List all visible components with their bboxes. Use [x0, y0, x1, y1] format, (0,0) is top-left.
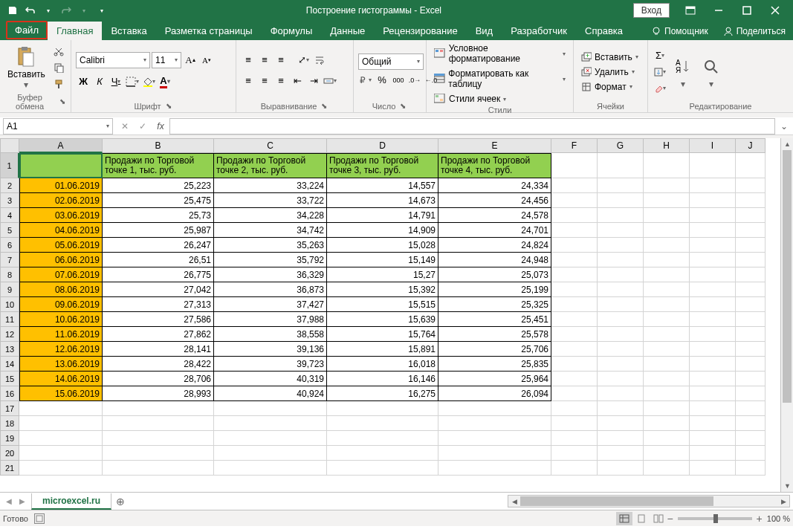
cell[interactable] [598, 253, 644, 267]
cell[interactable] [598, 238, 644, 253]
cell[interactable] [644, 342, 690, 357]
cell[interactable] [327, 461, 438, 476]
cell[interactable]: 36,873 [214, 282, 327, 297]
cell[interactable] [598, 416, 644, 431]
scroll-right-button[interactable]: ▶ [777, 496, 789, 507]
view-page-layout-button[interactable] [633, 512, 650, 525]
cell[interactable] [598, 193, 644, 208]
cell[interactable] [644, 253, 690, 267]
cell[interactable]: 08.06.2019 [19, 282, 103, 297]
italic-button[interactable]: К [92, 74, 107, 89]
cell[interactable] [644, 193, 690, 208]
cell[interactable] [736, 208, 766, 223]
cell[interactable] [690, 446, 736, 461]
tab-insert[interactable]: Вставка [102, 22, 155, 40]
cell[interactable] [551, 342, 598, 357]
cell[interactable]: 15,028 [327, 238, 438, 253]
cell[interactable]: 13.06.2019 [19, 357, 103, 372]
cell-styles-button[interactable]: Стили ячеек▾ [431, 92, 509, 106]
cell[interactable] [690, 342, 736, 357]
cell[interactable] [327, 401, 438, 416]
cell[interactable] [736, 253, 766, 267]
cell[interactable]: Продажи по Торговой точке 4, тыс. руб. [438, 153, 551, 178]
row-header[interactable]: 6 [0, 238, 19, 253]
horizontal-scrollbar[interactable]: ◀ ▶ [508, 495, 790, 507]
font-launcher[interactable]: ⬊ [164, 102, 173, 111]
hscroll-thumb[interactable] [520, 496, 713, 506]
number-format-combo[interactable]: Общий▾ [358, 53, 424, 70]
cell[interactable]: 26,247 [103, 238, 214, 253]
tab-layout[interactable]: Разметка страницы [156, 22, 262, 40]
insert-function-button[interactable]: fx [152, 118, 169, 134]
cell[interactable] [736, 327, 766, 342]
cell[interactable]: Продажи по Торговой точке 2, тыс. руб. [214, 153, 327, 178]
cell[interactable]: 25,451 [438, 312, 551, 327]
underline-button[interactable]: Ч▾ [109, 74, 123, 89]
cell[interactable]: 15.06.2019 [19, 386, 103, 401]
cell[interactable]: 28,706 [103, 372, 214, 386]
row-header[interactable]: 20 [0, 446, 19, 461]
clipboard-launcher[interactable]: ⬊ [58, 97, 66, 106]
cell[interactable] [736, 267, 766, 282]
cell[interactable] [736, 193, 766, 208]
cell[interactable] [736, 312, 766, 327]
cell[interactable]: 25,223 [103, 178, 214, 193]
find-select-button[interactable]: ▾ [699, 53, 724, 91]
comma-button[interactable]: 000 [391, 73, 406, 88]
cell[interactable]: 28,141 [103, 342, 214, 357]
row-header[interactable]: 13 [0, 342, 19, 357]
cell[interactable]: 24,824 [438, 238, 551, 253]
cell[interactable]: 24,578 [438, 208, 551, 223]
cell[interactable] [644, 153, 690, 178]
column-header[interactable]: H [644, 138, 690, 153]
cell[interactable] [690, 416, 736, 431]
percent-button[interactable]: % [375, 73, 389, 88]
cell[interactable] [690, 223, 736, 238]
cell[interactable] [690, 297, 736, 312]
cell[interactable] [644, 461, 690, 476]
cell[interactable] [690, 357, 736, 372]
cell[interactable] [598, 282, 644, 297]
clear-button[interactable]: ▾ [653, 81, 667, 96]
row-header[interactable]: 21 [0, 461, 19, 476]
tab-formulas[interactable]: Формулы [262, 22, 322, 40]
row-header[interactable]: 17 [0, 401, 19, 416]
cell[interactable]: 10.06.2019 [19, 312, 103, 327]
column-header[interactable]: F [551, 138, 598, 153]
cell[interactable] [551, 386, 598, 401]
zoom-handle[interactable] [713, 514, 718, 523]
cell[interactable] [19, 401, 103, 416]
cell[interactable]: 14,791 [327, 208, 438, 223]
cell[interactable]: 16,275 [327, 386, 438, 401]
cell[interactable] [690, 267, 736, 282]
maximize-button[interactable] [734, 1, 760, 19]
cell[interactable]: Продажи по Торговой точке 3, тыс. руб. [327, 153, 438, 178]
borders-button[interactable]: ▾ [125, 74, 140, 89]
cell[interactable] [214, 431, 327, 446]
name-box[interactable]: A1▾ [3, 118, 113, 134]
cell[interactable]: 35,792 [214, 253, 327, 267]
cell[interactable]: 37,988 [214, 312, 327, 327]
redo-button[interactable] [58, 2, 74, 19]
cell[interactable]: 14.06.2019 [19, 372, 103, 386]
enter-formula-button[interactable]: ✓ [134, 118, 152, 134]
cell[interactable]: 36,329 [214, 267, 327, 282]
row-header[interactable]: 15 [0, 372, 19, 386]
cell[interactable] [644, 312, 690, 327]
cell[interactable] [19, 461, 103, 476]
row-header[interactable]: 14 [0, 357, 19, 372]
expand-formula-button[interactable]: ⌄ [775, 118, 793, 134]
increase-font-button[interactable]: A▴ [183, 53, 198, 68]
cell[interactable] [644, 446, 690, 461]
font-name-combo[interactable]: Calibri▾ [76, 52, 150, 68]
format-table-button[interactable]: Форматировать как таблицу▾ [431, 67, 569, 91]
sheet-tab-active[interactable]: microexcel.ru [31, 493, 111, 510]
cell[interactable] [551, 178, 598, 193]
cell[interactable] [736, 372, 766, 386]
cell[interactable]: 39,723 [214, 357, 327, 372]
cell[interactable]: 15,639 [327, 312, 438, 327]
zoom-out-button[interactable]: − [667, 513, 673, 525]
cell[interactable] [103, 431, 214, 446]
cell[interactable] [551, 253, 598, 267]
cell[interactable] [598, 267, 644, 282]
